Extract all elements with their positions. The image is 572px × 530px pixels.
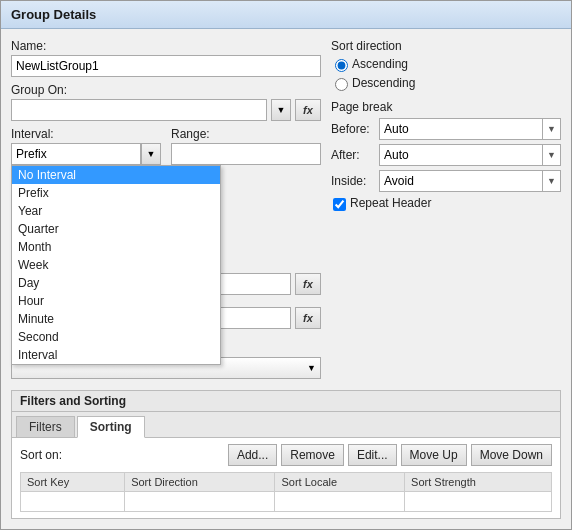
interval-col: Interval: Prefix ▼ No Interval Prefix Ye… — [11, 127, 161, 165]
remove-button[interactable]: Remove — [281, 444, 344, 466]
pb-before-arrow: ▼ — [542, 119, 556, 139]
col-sort-locale: Sort Locale — [275, 473, 405, 492]
sorting-panel: Sort on: Add... Remove Edit... Move Up M… — [12, 438, 560, 518]
sort-descending-radio[interactable] — [335, 78, 348, 91]
name-input[interactable] — [11, 55, 321, 77]
pb-after-select[interactable]: Auto ▼ — [379, 144, 561, 166]
interval-option-week[interactable]: Week — [12, 256, 220, 274]
name-label: Name: — [11, 39, 321, 53]
interval-display[interactable]: Prefix — [11, 143, 141, 165]
interval-option-year[interactable]: Year — [12, 202, 220, 220]
interval-option-day[interactable]: Day — [12, 274, 220, 292]
interval-option-second[interactable]: Second — [12, 328, 220, 346]
name-section: Name: — [11, 39, 321, 77]
interval-option-no-interval[interactable]: No Interval — [12, 166, 220, 184]
right-panel: Sort direction Ascending Descending Page… — [331, 39, 561, 380]
sort-direction-radio-group: Ascending Descending — [331, 57, 561, 92]
sort-direction-title: Sort direction — [331, 39, 561, 53]
group-details-dialog: Group Details Name: Group On: ▼ fx Inter… — [0, 0, 572, 530]
col-sort-strength: Sort Strength — [405, 473, 552, 492]
left-panel: Name: Group On: ▼ fx Interval: Prefix — [11, 39, 321, 380]
tabs-row: Filters Sorting — [12, 412, 560, 438]
col-sort-key: Sort Key — [21, 473, 125, 492]
sort-controls-row: Sort on: Add... Remove Edit... Move Up M… — [20, 444, 552, 466]
dialog-body: Name: Group On: ▼ fx Interval: Prefix — [1, 29, 571, 390]
range-label: Range: — [171, 127, 321, 141]
interval-label: Interval: — [11, 127, 161, 141]
expr-fx-button-2[interactable]: fx — [295, 307, 321, 329]
interval-option-month[interactable]: Month — [12, 238, 220, 256]
pb-inside-row: Inside: Avoid ▼ — [331, 170, 561, 192]
interval-select-wrapper: Prefix ▼ No Interval Prefix Year Quarter… — [11, 143, 161, 165]
range-col: Range: — [171, 127, 321, 165]
group-on-input[interactable] — [11, 99, 267, 121]
group-on-dropdown-button[interactable]: ▼ — [271, 99, 291, 121]
edit-button[interactable]: Edit... — [348, 444, 397, 466]
expr-fx-button-1[interactable]: fx — [295, 273, 321, 295]
bottom-section: Filters and Sorting Filters Sorting Sort… — [11, 390, 561, 519]
repeat-header-label: Repeat Header — [350, 196, 431, 210]
sort-table-body — [21, 492, 552, 512]
sort-on-label: Sort on: — [20, 448, 224, 462]
page-break-title: Page break — [331, 100, 561, 114]
interval-dropdown-button[interactable]: ▼ — [141, 143, 161, 165]
pb-inside-arrow: ▼ — [542, 171, 556, 191]
pb-inside-value: Avoid — [384, 174, 538, 188]
pb-after-arrow: ▼ — [542, 145, 556, 165]
sort-table-header-row: Sort Key Sort Direction Sort Locale Sort… — [21, 473, 552, 492]
sort-ascending-row[interactable]: Ascending — [335, 57, 561, 73]
sort-empty-row — [21, 492, 552, 512]
move-down-button[interactable]: Move Down — [471, 444, 552, 466]
group-on-fx-button[interactable]: fx — [295, 99, 321, 121]
interval-option-quarter[interactable]: Quarter — [12, 220, 220, 238]
sort-ascending-label: Ascending — [352, 57, 408, 71]
pb-inside-label: Inside: — [331, 174, 373, 188]
group-on-row: ▼ fx — [11, 99, 321, 121]
pb-after-row: After: Auto ▼ — [331, 144, 561, 166]
sort-descending-label: Descending — [352, 76, 415, 90]
sort-ascending-radio[interactable] — [335, 59, 348, 72]
pb-before-value: Auto — [384, 122, 538, 136]
interval-option-interval[interactable]: Interval — [12, 346, 220, 364]
pb-before-row: Before: Auto ▼ — [331, 118, 561, 140]
sort-empty-cell-2 — [125, 492, 275, 512]
group-on-label: Group On: — [11, 83, 321, 97]
style-dropdown-arrow: ▼ — [307, 363, 316, 373]
sort-direction-section: Sort direction Ascending Descending — [331, 39, 561, 92]
range-input[interactable] — [171, 143, 321, 165]
sort-table: Sort Key Sort Direction Sort Locale Sort… — [20, 472, 552, 512]
page-break-fields: Before: Auto ▼ After: Auto ▼ — [331, 118, 561, 212]
pb-after-label: After: — [331, 148, 373, 162]
repeat-header-checkbox[interactable] — [333, 198, 346, 211]
interval-option-prefix[interactable]: Prefix — [12, 184, 220, 202]
move-up-button[interactable]: Move Up — [401, 444, 467, 466]
interval-dropdown: No Interval Prefix Year Quarter Month We… — [11, 165, 221, 365]
sort-descending-row[interactable]: Descending — [335, 76, 561, 92]
tab-sorting[interactable]: Sorting — [77, 416, 145, 438]
tab-filters[interactable]: Filters — [16, 416, 75, 437]
pb-before-label: Before: — [331, 122, 373, 136]
col-sort-direction: Sort Direction — [125, 473, 275, 492]
dialog-title: Group Details — [1, 1, 571, 29]
sort-empty-cell-4 — [405, 492, 552, 512]
pb-before-select[interactable]: Auto ▼ — [379, 118, 561, 140]
interval-range-row: Interval: Prefix ▼ No Interval Prefix Ye… — [11, 127, 321, 165]
page-break-section: Page break Before: Auto ▼ After: Auto ▼ — [331, 100, 561, 212]
interval-option-hour[interactable]: Hour — [12, 292, 220, 310]
bottom-section-title: Filters and Sorting — [12, 391, 560, 412]
sort-empty-cell-1 — [21, 492, 125, 512]
pb-after-value: Auto — [384, 148, 538, 162]
group-on-section: Group On: ▼ fx — [11, 83, 321, 121]
repeat-header-row[interactable]: Repeat Header — [331, 196, 561, 212]
pb-inside-select[interactable]: Avoid ▼ — [379, 170, 561, 192]
add-button[interactable]: Add... — [228, 444, 277, 466]
interval-option-minute[interactable]: Minute — [12, 310, 220, 328]
sort-empty-cell-3 — [275, 492, 405, 512]
